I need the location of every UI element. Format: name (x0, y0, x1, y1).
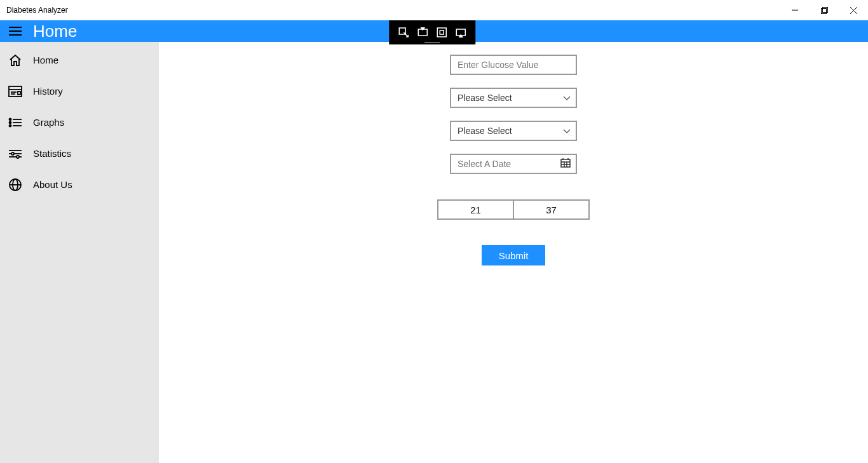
time-picker: 21 37 (437, 199, 590, 220)
sidebar-item-label: History (33, 86, 63, 97)
svg-rect-12 (440, 30, 444, 34)
svg-rect-18 (18, 91, 20, 95)
select-2-value: Please Select (458, 126, 512, 136)
debug-tool-4[interactable] (453, 25, 468, 40)
date-placeholder: Select A Date (458, 159, 511, 169)
sidebar-item-label: Graphs (33, 117, 64, 128)
debug-tool-3[interactable] (434, 25, 449, 40)
date-picker[interactable]: Select A Date (450, 154, 577, 174)
history-icon (5, 81, 25, 102)
maximize-icon (821, 7, 828, 14)
debug-tool-2[interactable] (415, 25, 430, 40)
chevron-down-icon (563, 125, 571, 137)
page-title: Home (31, 22, 77, 41)
window-controls (780, 0, 868, 20)
minimize-icon (792, 7, 798, 13)
content-area: Home History Graphs Statistics About Us (0, 42, 868, 463)
statistics-icon (5, 144, 25, 164)
svg-point-21 (10, 121, 11, 123)
select-1[interactable]: Please Select (450, 88, 577, 108)
debug-toolbar-handle[interactable] (424, 42, 440, 43)
sidebar-item-label: Home (33, 55, 58, 65)
maximize-button[interactable] (810, 0, 839, 20)
sidebar-item-graphs[interactable]: Graphs (0, 107, 159, 138)
svg-rect-1 (821, 8, 826, 13)
calendar-icon (560, 158, 571, 170)
main-content: Please Select Please Select Select A Dat… (159, 42, 868, 463)
svg-point-27 (11, 152, 14, 155)
title-bar: Diabetes Analyzer (0, 0, 868, 20)
close-icon (850, 7, 857, 14)
window-title: Diabetes Analyzer (6, 6, 68, 15)
select-1-value: Please Select (458, 93, 512, 103)
debug-toolbar (389, 20, 475, 44)
minimize-button[interactable] (780, 0, 810, 20)
close-button[interactable] (839, 0, 868, 20)
sidebar-item-about[interactable]: About Us (0, 169, 159, 200)
debug-tool-1[interactable] (396, 25, 411, 40)
svg-point-19 (10, 118, 11, 120)
graphs-icon (5, 112, 25, 133)
svg-point-29 (17, 156, 19, 158)
sidebar-item-label: About Us (33, 179, 72, 190)
hamburger-icon (9, 27, 22, 36)
svg-rect-2 (822, 7, 827, 12)
sidebar-item-history[interactable]: History (0, 76, 159, 107)
svg-rect-11 (437, 28, 446, 37)
home-icon (5, 50, 25, 70)
globe-icon (5, 175, 25, 195)
select-2[interactable]: Please Select (450, 121, 577, 141)
chevron-down-icon (563, 92, 571, 104)
sidebar-item-statistics[interactable]: Statistics (0, 138, 159, 169)
form: Please Select Please Select Select A Dat… (450, 55, 577, 265)
submit-button[interactable]: Submit (482, 245, 545, 265)
sidebar: Home History Graphs Statistics About Us (0, 42, 159, 463)
glucose-input[interactable] (450, 55, 577, 75)
top-bar: Home (0, 20, 868, 42)
svg-point-23 (10, 124, 11, 126)
menu-button[interactable] (0, 20, 31, 42)
svg-rect-33 (561, 159, 570, 167)
sidebar-item-home[interactable]: Home (0, 44, 159, 76)
sidebar-item-label: Statistics (33, 148, 71, 159)
time-hour[interactable]: 21 (438, 201, 514, 218)
time-minute[interactable]: 37 (514, 201, 588, 218)
